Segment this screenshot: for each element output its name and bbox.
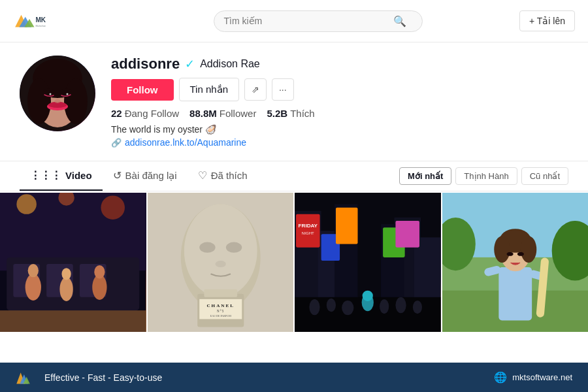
- svg-rect-74: [498, 267, 532, 320]
- profile-actions: Follow Tin nhắn ⇗ ···: [111, 78, 568, 101]
- followers-stat: 88.8M Follower: [189, 108, 256, 119]
- globe-icon: 🌐: [494, 371, 507, 384]
- following-stat: 22 Đang Follow: [111, 108, 179, 119]
- video-tab-icon: ⋮⋮⋮: [30, 169, 61, 182]
- tab-liked[interactable]: ♡ Đã thích: [188, 161, 258, 191]
- svg-point-10: [64, 78, 88, 124]
- svg-point-29: [59, 277, 73, 301]
- profile-section: addisonre ✓ Addison Rae Follow Tin nhắn …: [0, 42, 588, 161]
- footer-logo-icon: [16, 368, 37, 387]
- video-thumb-4[interactable]: [442, 193, 589, 332]
- svg-text:N°5: N°5: [217, 309, 224, 313]
- tab-video-label: Video: [65, 170, 92, 181]
- video-grid: CHANEL N°5 EAU DE PARFUM FRIDAY NIGHT: [0, 191, 588, 332]
- svg-point-20: [16, 194, 36, 214]
- svg-point-22: [101, 195, 125, 220]
- svg-point-79: [520, 236, 536, 263]
- upload-button[interactable]: + Tải lên: [519, 10, 575, 31]
- svg-text:FRIDAY: FRIDAY: [299, 223, 318, 229]
- footer-left: Effective - Fast - Easy-to-use: [16, 368, 162, 387]
- profile-link[interactable]: addisonrae.lnk.to/Aquamarine: [125, 137, 246, 148]
- avatar-image: [20, 56, 95, 131]
- svg-text:MKT: MKT: [35, 16, 46, 24]
- profile-name-row: addisonre ✓ Addison Rae: [111, 56, 568, 73]
- tab-repost-label: Bài đăng lại: [125, 170, 177, 182]
- svg-text:NIGHT: NIGHT: [302, 231, 314, 235]
- svg-point-67: [395, 297, 406, 313]
- svg-point-17: [54, 99, 61, 103]
- svg-point-62: [327, 299, 336, 312]
- video-thumb-2[interactable]: CHANEL N°5 EAU DE PARFUM: [148, 193, 294, 332]
- svg-point-63: [342, 301, 353, 315]
- search-bar[interactable]: 🔍: [214, 10, 423, 32]
- tab-video[interactable]: ⋮⋮⋮ Video: [20, 161, 103, 191]
- svg-point-68: [413, 301, 422, 314]
- svg-text:Multichannel Marketing Softwar: Multichannel Marketing Software: [35, 25, 46, 27]
- link-row: 🔗 addisonrae.lnk.to/Aquamarine: [111, 137, 568, 148]
- link-icon: 🔗: [111, 138, 122, 148]
- followers-label: Follower: [220, 108, 257, 119]
- tab-repost[interactable]: ↺ Bài đăng lại: [103, 161, 188, 191]
- likes-label: Thích: [290, 108, 315, 119]
- profile-info: addisonre ✓ Addison Rae Follow Tin nhắn …: [111, 56, 568, 148]
- svg-point-16: [67, 93, 69, 95]
- username: addisonre: [111, 56, 180, 73]
- footer: Effective - Fast - Easy-to-use 🌐 mktsoft…: [0, 363, 588, 392]
- avatar: [20, 56, 95, 131]
- video-thumb-1[interactable]: [0, 193, 146, 332]
- footer-website[interactable]: mktsoftware.net: [512, 372, 572, 382]
- search-input[interactable]: [223, 16, 393, 26]
- video-thumb-3[interactable]: FRIDAY NIGHT: [295, 193, 441, 332]
- footer-tagline: Effective - Fast - Easy-to-use: [44, 372, 162, 383]
- svg-point-30: [61, 268, 71, 280]
- more-button[interactable]: ···: [272, 78, 294, 101]
- bio: The world is my oyster 🦪: [111, 124, 568, 135]
- svg-point-37: [199, 242, 215, 253]
- follow-button[interactable]: Follow: [111, 79, 174, 101]
- svg-text:CHANEL: CHANEL: [206, 303, 235, 308]
- svg-point-9: [27, 78, 51, 124]
- liked-tab-icon: ♡: [198, 169, 207, 182]
- svg-point-66: [380, 299, 389, 314]
- sort-newest-button[interactable]: Mới nhất: [399, 167, 451, 185]
- svg-point-39: [215, 261, 225, 267]
- svg-point-78: [494, 236, 510, 263]
- footer-right: 🌐 mktsoftware.net: [494, 371, 572, 384]
- svg-point-38: [225, 242, 241, 253]
- mkt-logo-icon: MKT Multichannel Marketing Software: [13, 8, 46, 34]
- svg-point-81: [517, 252, 523, 256]
- followers-count: 88.8M: [189, 108, 217, 119]
- likes-count: 5.2B: [267, 108, 287, 119]
- following-count: 22: [111, 108, 122, 119]
- svg-point-27: [25, 274, 41, 301]
- search-area: 🔍: [118, 10, 519, 32]
- svg-point-36: [184, 204, 257, 297]
- svg-rect-41: [204, 289, 237, 297]
- svg-point-28: [28, 264, 39, 277]
- repost-tab-icon: ↺: [113, 169, 122, 182]
- svg-point-80: [506, 252, 513, 256]
- search-icon[interactable]: 🔍: [393, 15, 406, 27]
- svg-rect-59: [395, 221, 419, 248]
- likes-stat: 5.2B Thích: [267, 108, 314, 119]
- tab-liked-label: Đã thích: [211, 170, 248, 181]
- sort-oldest-button[interactable]: Cũ nhất: [521, 167, 568, 185]
- stats-row: 22 Đang Follow 88.8M Follower 5.2B Thích: [111, 108, 568, 119]
- verified-badge: ✓: [185, 57, 195, 71]
- tabs-bar: ⋮⋮⋮ Video ↺ Bài đăng lại ♡ Đã thích Mới …: [0, 161, 588, 191]
- tabs-sort-group: Mới nhất Thịnh Hành Cũ nhất: [399, 167, 568, 185]
- svg-point-65: [363, 291, 373, 301]
- svg-point-15: [50, 93, 52, 95]
- svg-point-32: [94, 265, 105, 278]
- svg-text:EAU DE PARFUM: EAU DE PARFUM: [210, 314, 231, 318]
- logo-area: MKT Multichannel Marketing Software: [13, 8, 118, 34]
- svg-rect-33: [0, 310, 146, 332]
- sort-trending-button[interactable]: Thịnh Hành: [455, 167, 517, 185]
- share-button[interactable]: ⇗: [244, 78, 267, 101]
- svg-point-61: [309, 299, 319, 315]
- message-button[interactable]: Tin nhắn: [179, 78, 239, 101]
- svg-rect-57: [336, 208, 358, 244]
- following-label: Đang Follow: [125, 108, 179, 119]
- display-name: Addison Rae: [200, 58, 260, 70]
- header: MKT Multichannel Marketing Software 🔍 + …: [0, 0, 588, 42]
